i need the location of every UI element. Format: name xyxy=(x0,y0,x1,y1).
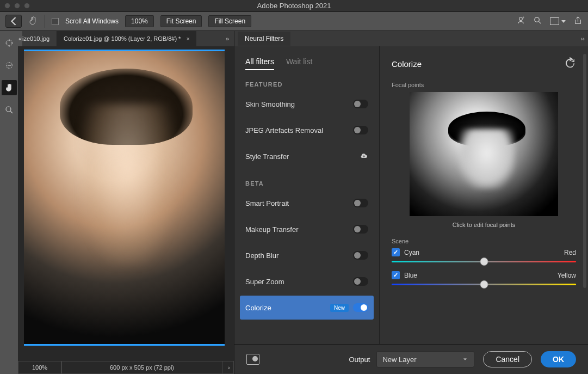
filter-style-transfer[interactable]: Style Transfer xyxy=(240,144,374,168)
svg-point-2 xyxy=(535,17,540,22)
slider-right-label: Yellow xyxy=(558,272,576,279)
output-value: New Layer xyxy=(382,355,416,364)
section-featured: FEATURED xyxy=(234,70,379,91)
close-tab-icon[interactable]: × xyxy=(186,35,189,42)
panel-collapse-icon[interactable]: ›› xyxy=(581,35,585,42)
zoom-window[interactable] xyxy=(24,3,30,9)
toggle-makeup[interactable] xyxy=(353,225,368,234)
left-tool-strip xyxy=(0,31,18,374)
divider xyxy=(45,15,45,28)
canvas-image xyxy=(24,50,225,346)
status-info[interactable]: 600 px x 505 px (72 ppi) xyxy=(61,361,222,374)
window-controls xyxy=(4,3,30,9)
remove-target-tool[interactable] xyxy=(2,58,17,73)
panel-title-tab[interactable]: Neural Filters xyxy=(238,32,290,46)
tab-wait-list[interactable]: Wait list xyxy=(286,57,312,70)
panel-footer: Output New Layer Cancel OK xyxy=(234,344,588,374)
scroll-all-checkbox[interactable] xyxy=(52,18,59,25)
checkbox-cyan-red[interactable]: ✓ xyxy=(392,248,400,256)
toggle-colorize[interactable] xyxy=(353,303,368,312)
toggle-skin[interactable] xyxy=(353,100,368,108)
document-tab-active[interactable]: Colorize01.jpg @ 100% (Layer 2, RGB/8#) … xyxy=(57,31,196,46)
tab-active-label: Colorize01.jpg @ 100% (Layer 2, RGB/8#) … xyxy=(64,35,181,42)
tabs-scroll-left[interactable]: « xyxy=(18,31,22,46)
toggle-jpeg[interactable] xyxy=(353,126,368,134)
checkbox-blue-yellow[interactable]: ✓ xyxy=(392,271,400,279)
section-beta: BETA xyxy=(234,169,379,190)
output-label: Output xyxy=(349,355,370,364)
filter-super-zoom[interactable]: Super Zoom xyxy=(240,269,374,293)
download-icon[interactable] xyxy=(360,151,368,162)
settings-title: Colorize xyxy=(392,59,422,69)
status-zoom[interactable]: 100% xyxy=(18,361,61,374)
toggle-depth[interactable] xyxy=(353,251,368,260)
scrollbar[interactable] xyxy=(583,54,586,288)
revert-icon[interactable] xyxy=(564,57,576,71)
document-tabs: « ize010.jpg Colorize01.jpg @ 100% (Laye… xyxy=(18,31,234,46)
filter-label: Depth Blur xyxy=(245,252,278,260)
svg-point-0 xyxy=(519,17,523,21)
hand-tool[interactable] xyxy=(2,80,17,95)
filter-label: Style Transfer xyxy=(245,152,289,161)
status-resize-grip: › xyxy=(222,361,234,374)
output-select[interactable]: New Layer xyxy=(376,351,474,367)
filter-label: JPEG Artefacts Removal xyxy=(245,126,323,134)
slider-thumb[interactable] xyxy=(480,280,488,289)
options-bar: Scroll All Windows 100% Fit Screen Fill … xyxy=(0,12,588,31)
slider-thumb[interactable] xyxy=(480,257,488,266)
target-tool[interactable] xyxy=(2,35,17,51)
status-bar: 100% 600 px x 505 px (72 ppi) › xyxy=(18,361,234,374)
toggle-zoom[interactable] xyxy=(353,277,368,286)
minimize-window[interactable] xyxy=(14,3,20,9)
panel-header: Neural Filters ›› xyxy=(234,31,588,46)
tab-overflow-label: ize010.jpg xyxy=(22,35,49,42)
slider-track-cyan-red[interactable] xyxy=(392,261,576,262)
mask-preview-icon[interactable] xyxy=(246,354,259,365)
svg-point-3 xyxy=(6,40,12,46)
title-bar: Adobe Photoshop 2021 xyxy=(0,0,588,12)
fit-screen-button[interactable]: Fit Screen xyxy=(160,15,202,27)
cancel-button[interactable]: Cancel xyxy=(483,351,532,367)
back-button[interactable] xyxy=(5,15,22,28)
filter-jpeg-artefacts[interactable]: JPEG Artefacts Removal xyxy=(240,118,374,142)
app-title: Adobe Photoshop 2021 xyxy=(257,2,331,10)
filter-depth-blur[interactable]: Depth Blur xyxy=(240,243,374,267)
focal-points-image[interactable] xyxy=(410,92,558,216)
slider-right-label: Red xyxy=(564,249,576,256)
filter-makeup-transfer[interactable]: Makeup Transfer xyxy=(240,217,374,241)
tabs-overflow-button[interactable]: » xyxy=(221,31,234,46)
filter-label: Skin Smoothing xyxy=(245,100,295,108)
toggle-smart[interactable] xyxy=(353,199,368,207)
close-window[interactable] xyxy=(4,3,10,9)
slider-track-blue-yellow[interactable] xyxy=(392,284,576,285)
filter-label: Smart Portrait xyxy=(245,199,289,207)
cloud-share-icon[interactable]: + xyxy=(516,16,525,27)
workspace-switcher[interactable] xyxy=(550,17,566,25)
zoom-tool[interactable] xyxy=(2,102,17,118)
filter-settings: Colorize Focal points Click to edit foca… xyxy=(380,46,588,344)
ok-button[interactable]: OK xyxy=(541,351,576,367)
fill-screen-button[interactable]: Fill Screen xyxy=(208,15,251,27)
filter-label: Makeup Transfer xyxy=(245,225,299,234)
filter-colorize[interactable]: Colorize New xyxy=(240,296,374,320)
document-tab-overflow[interactable]: ize010.jpg xyxy=(22,31,57,46)
filter-label: Super Zoom xyxy=(245,278,284,286)
scroll-all-label: Scroll All Windows xyxy=(65,17,119,25)
document-area: « ize010.jpg Colorize01.jpg @ 100% (Laye… xyxy=(18,31,234,374)
slider-cyan-red: ✓ Cyan Red xyxy=(392,248,576,262)
zoom-value-box[interactable]: 100% xyxy=(125,15,154,27)
search-icon[interactable] xyxy=(533,16,542,27)
hand-tool-icon xyxy=(28,16,38,27)
filter-skin-smoothing[interactable]: Skin Smoothing xyxy=(240,92,374,116)
svg-point-5 xyxy=(6,107,11,112)
filter-smart-portrait[interactable]: Smart Portrait xyxy=(240,191,374,215)
focal-points-hint: Click to edit focal points xyxy=(392,222,576,228)
slider-blue-yellow: ✓ Blue Yellow xyxy=(392,271,576,285)
share-icon[interactable] xyxy=(573,16,583,27)
filters-list: All filters Wait list FEATURED Skin Smoo… xyxy=(234,46,380,344)
slider-left-label: Cyan xyxy=(404,249,419,256)
canvas[interactable] xyxy=(18,46,234,361)
svg-text:+: + xyxy=(522,16,524,20)
filter-label: Colorize xyxy=(245,304,271,312)
tab-all-filters[interactable]: All filters xyxy=(245,57,274,70)
